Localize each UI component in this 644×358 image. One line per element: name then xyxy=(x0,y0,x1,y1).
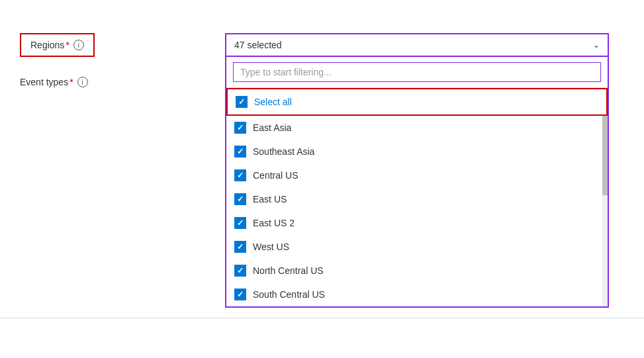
option-checkbox[interactable] xyxy=(234,169,246,181)
select-all-checkbox[interactable] xyxy=(236,96,248,108)
option-checkbox[interactable] xyxy=(234,217,246,229)
right-panel: 47 selected ⌄ Select all East AsiaSouthe… xyxy=(225,26,644,358)
option-label: East Asia xyxy=(253,122,291,133)
option-row[interactable]: Southeast Asia xyxy=(226,140,608,163)
search-input[interactable] xyxy=(233,62,601,82)
option-label: Central US xyxy=(253,170,298,181)
event-types-info-icon[interactable]: i xyxy=(77,77,88,87)
select-all-label: Select all xyxy=(254,97,292,107)
dropdown-panel: Select all East AsiaSoutheast AsiaCentra… xyxy=(225,57,609,308)
option-checkbox[interactable] xyxy=(234,146,246,157)
search-input-wrapper xyxy=(226,57,608,88)
event-types-field-row: Event types * i xyxy=(20,77,225,87)
option-row[interactable]: East US xyxy=(226,187,608,211)
regions-label: Regions xyxy=(30,40,64,50)
regions-required-marker: * xyxy=(66,40,69,50)
option-row[interactable]: West US xyxy=(226,235,608,259)
scrollbar-track[interactable] xyxy=(602,116,608,306)
page-container: Regions * i Event types * i 47 selected … xyxy=(0,0,644,358)
option-label: North Central US xyxy=(253,265,324,276)
option-row[interactable]: East Asia xyxy=(226,116,608,140)
option-row[interactable]: East US 2 xyxy=(226,211,608,235)
option-label: West US xyxy=(253,242,289,252)
scrollbar-thumb[interactable] xyxy=(602,116,608,195)
regions-info-icon[interactable]: i xyxy=(73,40,84,50)
option-checkbox[interactable] xyxy=(234,265,246,277)
regions-field-row: Regions * i xyxy=(20,33,225,57)
regions-label-box: Regions * i xyxy=(20,33,95,57)
option-row[interactable]: South Central US xyxy=(226,283,608,306)
left-panel: Regions * i Event types * i xyxy=(0,26,225,358)
option-label: Southeast Asia xyxy=(253,146,314,157)
option-row[interactable]: North Central US xyxy=(226,259,608,283)
option-checkbox[interactable] xyxy=(234,289,246,300)
option-label: South Central US xyxy=(253,289,325,300)
select-all-row[interactable]: Select all xyxy=(226,88,608,116)
option-checkbox[interactable] xyxy=(234,241,246,253)
dropdown-selected-label: 47 selected xyxy=(234,40,282,50)
option-list: East AsiaSoutheast AsiaCentral USEast US… xyxy=(226,116,608,306)
regions-dropdown-trigger[interactable]: 47 selected ⌄ xyxy=(225,33,609,57)
option-checkbox[interactable] xyxy=(234,193,246,205)
option-label: East US 2 xyxy=(253,218,295,228)
option-row[interactable]: Central US xyxy=(226,163,608,187)
option-checkbox[interactable] xyxy=(234,122,246,134)
event-types-required-marker: * xyxy=(69,77,73,87)
option-list-container: East AsiaSoutheast AsiaCentral USEast US… xyxy=(226,116,608,306)
chevron-down-icon: ⌄ xyxy=(593,40,600,50)
option-label: East US xyxy=(253,194,287,204)
event-types-label: Event types xyxy=(20,77,68,87)
bottom-separator xyxy=(0,318,644,318)
